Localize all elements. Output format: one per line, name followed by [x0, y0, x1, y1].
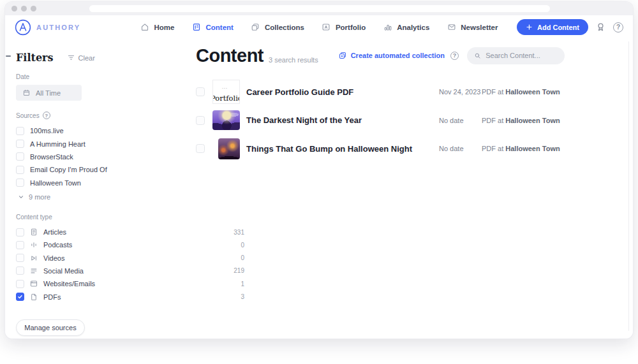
nav-home[interactable]: Home: [140, 22, 175, 32]
help-icon[interactable]: [613, 22, 623, 33]
search-box: [467, 47, 565, 64]
content-title[interactable]: The Darkest Night of the Year: [246, 115, 439, 125]
row-checkbox[interactable]: [196, 144, 205, 153]
source-label: A Humming Heart: [30, 140, 85, 148]
home-icon: [140, 22, 150, 32]
content-list: ··· Portfolio Career Portfolio Guide PDF…: [196, 77, 565, 163]
content-row[interactable]: Things That Go Bump on Halloween Night N…: [196, 134, 565, 163]
page-title: Content: [196, 45, 263, 66]
clear-label: Clear: [78, 54, 95, 62]
sources-help-icon[interactable]: [43, 112, 50, 119]
close-button[interactable]: [11, 6, 17, 11]
maximize-button[interactable]: [31, 6, 36, 11]
browser-window: AUTHORY Home Content Collections Portfol…: [5, 2, 633, 339]
date-filter-button[interactable]: All Time: [16, 85, 82, 101]
collection-plus-icon: [338, 51, 347, 60]
nav-collections[interactable]: Collections: [251, 22, 304, 32]
source-item[interactable]: A Humming Heart: [16, 137, 190, 150]
source-checkbox[interactable]: [16, 140, 24, 148]
show-more-sources[interactable]: 9 more: [17, 193, 190, 201]
source-label: 100ms.live: [30, 127, 64, 135]
content-row[interactable]: The Darkest Night of the Year No date PD…: [196, 106, 565, 134]
row-checkbox[interactable]: [196, 116, 205, 125]
type-checkbox[interactable]: [16, 241, 24, 249]
newsletter-icon: [447, 22, 456, 32]
type-checkbox[interactable]: [16, 254, 24, 262]
header-actions: Add Content: [517, 19, 623, 35]
nav-newsletter-label: Newsletter: [461, 24, 498, 31]
content-row[interactable]: ··· Portfolio Career Portfolio Guide PDF…: [196, 77, 565, 106]
browser-chrome: [5, 2, 633, 15]
source-checkbox[interactable]: [16, 127, 24, 135]
search-input[interactable]: [486, 52, 558, 59]
pdf-thumbnail[interactable]: ··· Portfolio: [212, 80, 240, 104]
minimize-button[interactable]: [21, 6, 27, 11]
authory-logo-icon: [15, 19, 31, 36]
video-icon: [29, 254, 38, 263]
more-sources-label: 9 more: [29, 193, 50, 201]
type-checkbox[interactable]: [16, 280, 24, 288]
content-type-label: Content type: [16, 214, 190, 221]
source-name[interactable]: Halloween Town: [505, 88, 560, 96]
pdf-file-icon: [29, 293, 38, 302]
analytics-icon: [383, 22, 392, 32]
content-source: PDF at Halloween Town: [482, 117, 565, 124]
search-results-count: 3 search results: [269, 56, 318, 64]
type-label: Videos: [43, 254, 64, 262]
sources-list: 100ms.live A Humming Heart BrowserStack …: [16, 124, 190, 189]
source-label: Halloween Town: [30, 179, 81, 187]
filters-sidebar: Filters Clear Date All Time Sources 100m…: [5, 39, 190, 339]
authory-logo[interactable]: AUTHORY: [15, 19, 80, 36]
type-label: PDFs: [43, 293, 61, 301]
add-content-button[interactable]: Add Content: [517, 19, 588, 35]
nav-content-label: Content: [205, 24, 233, 31]
thumbnail-dots: ···: [222, 86, 228, 90]
type-checkbox-checked[interactable]: [16, 293, 24, 301]
source-item[interactable]: BrowserStack: [16, 150, 190, 163]
plus-icon: [526, 24, 533, 31]
type-label: Articles: [43, 228, 66, 236]
type-checkbox[interactable]: [16, 266, 24, 275]
url-bar[interactable]: [89, 5, 550, 12]
source-label: BrowserStack: [30, 153, 73, 161]
content-title[interactable]: Things That Go Bump on Halloween Night: [246, 144, 439, 154]
source-name[interactable]: Halloween Town: [505, 145, 560, 152]
nav-analytics-label: Analytics: [397, 24, 429, 31]
content-title[interactable]: Career Portfolio Guide PDF: [246, 87, 439, 97]
nav-content[interactable]: Content: [191, 22, 233, 32]
source-checkbox[interactable]: [16, 178, 24, 187]
source-label: Email Copy I'm Proud Of: [30, 166, 107, 173]
source-checkbox[interactable]: [16, 152, 24, 161]
halloween-moon-thumbnail[interactable]: [212, 110, 240, 130]
nav-analytics[interactable]: Analytics: [383, 22, 429, 32]
manage-sources-button[interactable]: Manage sources: [16, 319, 85, 336]
portfolio-icon: [322, 22, 331, 32]
row-checkbox[interactable]: [196, 87, 205, 96]
search-icon: [474, 52, 481, 60]
source-item[interactable]: 100ms.live: [16, 124, 190, 137]
content-date: No date: [439, 117, 482, 124]
nav-portfolio[interactable]: Portfolio: [322, 22, 366, 32]
date-filter-value: All Time: [36, 89, 61, 97]
sidebar-collapse-toggle[interactable]: [6, 55, 11, 57]
podcast-icon: [29, 240, 38, 249]
collection-help-icon[interactable]: [450, 52, 459, 60]
sources-label: Sources: [16, 112, 190, 119]
nav-newsletter[interactable]: Newsletter: [447, 22, 498, 32]
collections-icon: [251, 22, 260, 32]
source-item[interactable]: Email Copy I'm Proud Of: [16, 163, 190, 176]
clear-filters-button[interactable]: Clear: [67, 54, 95, 62]
content-source: PDF at Halloween Town: [482, 88, 565, 96]
award-icon[interactable]: [595, 22, 606, 33]
type-checkbox[interactable]: [16, 228, 24, 237]
source-checkbox[interactable]: [16, 166, 24, 174]
type-label: Social Media: [43, 267, 84, 275]
create-automated-collection-button[interactable]: Create automated collection: [338, 51, 445, 60]
content-date: Nov 24, 2023: [439, 88, 482, 96]
chevron-down-icon: [17, 193, 25, 201]
website-icon: [29, 279, 38, 288]
source-item[interactable]: Halloween Town: [16, 177, 190, 189]
content-icon: [191, 22, 201, 32]
halloween-street-thumbnail[interactable]: [218, 138, 240, 159]
source-name[interactable]: Halloween Town: [505, 117, 560, 124]
